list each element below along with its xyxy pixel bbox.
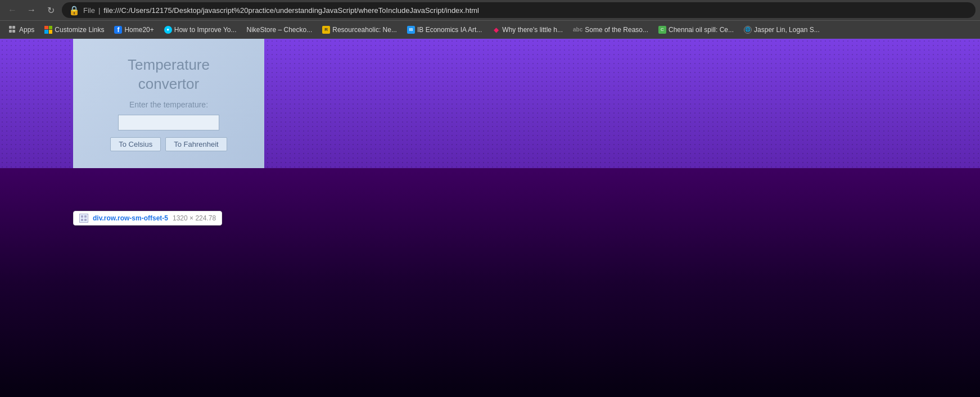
bookmark-chennai[interactable]: C Chennai oil spill: Ce... <box>654 23 738 37</box>
dev-tooltip-selector: div.row.row-sm-offset-5 <box>93 214 168 222</box>
to-fahrenheit-button[interactable]: To Fahrenheit <box>165 137 227 151</box>
bookmark-apps[interactable]: Apps <box>4 23 39 37</box>
forward-button[interactable]: → <box>24 2 39 18</box>
bookmark-customize-links[interactable]: Customize Links <box>40 23 109 37</box>
bookmark-ib-economics[interactable]: IB IB Economics IA Art... <box>403 23 486 37</box>
bookmark-chennai-label: Chennai oil spill: Ce... <box>669 26 734 34</box>
dev-tooltip-icon <box>79 214 88 223</box>
address-separator: | <box>98 6 100 15</box>
resource-icon: R <box>322 26 330 34</box>
address-url: file:///C:/Users/12175/Desktop/javascrip… <box>103 6 479 15</box>
bookmark-how-to-improve[interactable]: ● How to Improve Yo... <box>160 23 241 37</box>
lock-icon: 🔒 <box>69 5 80 16</box>
bookmarks-bar: Apps Customize Links f Home20+ ● How to … <box>0 20 980 38</box>
svg-rect-3 <box>84 219 87 221</box>
page-content: Temperature convertor Enter the temperat… <box>0 39 980 397</box>
abc-icon: abc <box>573 26 582 33</box>
svg-rect-1 <box>84 215 87 218</box>
bookmark-ib-economics-label: IB Economics IA Art... <box>417 26 482 34</box>
bookmark-customize-links-label: Customize Links <box>55 26 104 34</box>
bookmark-resourceaholic[interactable]: R Resourceaholic: Ne... <box>318 23 401 37</box>
temperature-input[interactable] <box>118 115 219 130</box>
diamond-icon <box>492 26 500 34</box>
card-title: Temperature convertor <box>128 56 210 94</box>
reload-button[interactable]: ↻ <box>43 2 58 18</box>
temperature-converter-card: Temperature convertor Enter the temperat… <box>73 39 264 168</box>
file-label: File <box>83 6 95 15</box>
bookmark-some-reasons-label: Some of the Reaso... <box>585 26 648 34</box>
bookmark-why-little-label: Why there's little h... <box>502 26 563 34</box>
address-bar[interactable]: 🔒 File | file:///C:/Users/12175/Desktop/… <box>62 2 976 18</box>
chennai-icon: C <box>658 26 666 34</box>
globe-icon: 🌐 <box>744 26 752 34</box>
apps-grid-icon <box>9 26 17 34</box>
svg-rect-0 <box>81 215 83 218</box>
back-button[interactable]: ← <box>4 2 20 18</box>
bookmark-nikestore[interactable]: NikeStore – Checko... <box>242 23 317 37</box>
bookmark-home20-label: Home20+ <box>124 26 153 34</box>
temperature-label: Enter the temperature: <box>129 100 208 109</box>
svg-rect-2 <box>81 219 83 221</box>
bookmark-nikestore-label: NikeStore – Checko... <box>247 26 313 34</box>
dev-tooltip-dimensions: 1320 × 224.78 <box>173 214 216 222</box>
bookmark-jasper[interactable]: 🌐 Jasper Lin, Logan S... <box>739 23 824 37</box>
browser-nav: ← → ↻ 🔒 File | file:///C:/Users/12175/De… <box>0 0 980 20</box>
browser-chrome: ← → ↻ 🔒 File | file:///C:/Users/12175/De… <box>0 0 980 39</box>
bookmark-home20[interactable]: f Home20+ <box>110 23 158 37</box>
card-buttons: To Celsius To Fahrenheit <box>110 137 227 151</box>
bookmark-resourceaholic-label: Resourceaholic: Ne... <box>332 26 397 34</box>
to-celsius-button[interactable]: To Celsius <box>110 137 161 151</box>
facebook-icon: f <box>114 26 122 34</box>
dev-tooltip: div.row.row-sm-offset-5 1320 × 224.78 <box>73 211 222 225</box>
apps-label: Apps <box>19 26 34 34</box>
ms-icon <box>44 26 52 34</box>
bookmark-some-reasons[interactable]: abc Some of the Reaso... <box>568 23 653 37</box>
lower-section <box>0 168 980 397</box>
ib-icon: IB <box>407 26 415 34</box>
bookmark-why-little[interactable]: Why there's little h... <box>487 23 567 37</box>
alexa-icon: ● <box>164 26 172 34</box>
bookmark-jasper-label: Jasper Lin, Logan S... <box>754 26 820 34</box>
bookmark-how-to-improve-label: How to Improve Yo... <box>174 26 237 34</box>
